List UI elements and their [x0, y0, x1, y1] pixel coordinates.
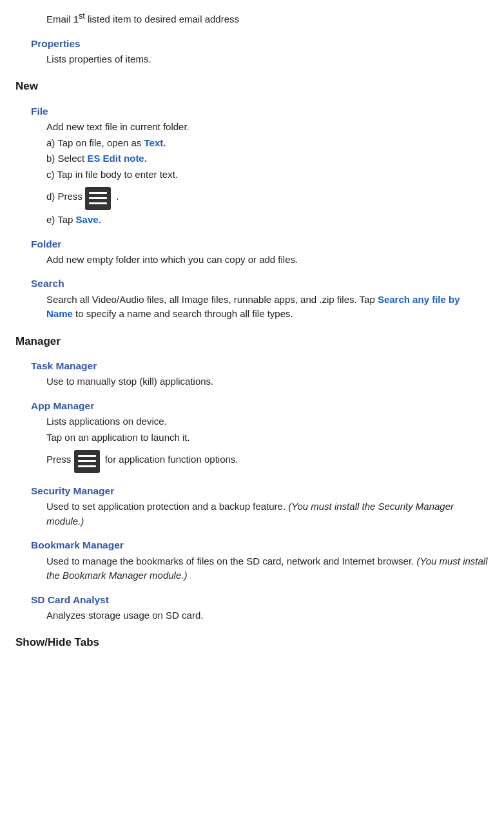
sd-card-desc: Analyzes storage usage on SD card. [46, 608, 489, 623]
app-manager-block: App Manager Lists applications on device… [15, 398, 489, 474]
folder-title: Folder [31, 237, 489, 251]
search-desc1: Search all Video/Audio files, all Image … [46, 294, 378, 305]
file-step-a-text: a) Tap on file, open as [46, 137, 144, 148]
file-desc1: Add new text file in current folder. [46, 120, 489, 135]
sd-card-block: SD Card Analyst Analyzes storage usage o… [15, 592, 489, 623]
file-step-d-suffix: . [116, 191, 119, 202]
security-manager-desc1: Used to set application protection and a… [46, 501, 288, 512]
app-manager-press-prefix: Press [46, 454, 74, 465]
properties-desc: Lists properties of items. [46, 52, 489, 67]
file-content: Add new text file in current folder. a) … [46, 120, 489, 228]
app-manager-desc1: Lists applications on device. [46, 414, 489, 429]
security-manager-desc: Used to set application protection and a… [46, 499, 489, 528]
file-desc2c: c) Tap in file body to enter text. [46, 168, 489, 182]
file-desc2e: e) Tap Save. [46, 213, 489, 228]
search-title: Search [31, 276, 489, 291]
search-desc2: to specify a name and search through all… [73, 308, 293, 319]
file-text-link: Text. [144, 137, 166, 148]
menu-icon-app [74, 450, 100, 473]
file-desc2d: d) Press . [46, 183, 489, 211]
task-manager-block: Task Manager Use to manually stop (kill)… [15, 358, 489, 389]
file-block: File Add new text file in current folder… [15, 104, 489, 228]
app-manager-press-suffix: for application function options. [105, 454, 238, 465]
bookmark-manager-desc1: Used to manage the bookmarks of files on… [46, 556, 416, 566]
task-manager-desc: Use to manually stop (kill) applications… [46, 374, 489, 389]
new-section: New File Add new text file in current fo… [15, 78, 489, 321]
file-desc2a: a) Tap on file, open as Text. [46, 136, 489, 151]
app-manager-content: Lists applications on device. Tap on an … [46, 414, 489, 474]
new-title: New [15, 78, 489, 95]
folder-block: Folder Add new empty folder into which y… [15, 237, 489, 267]
search-desc: Search all Video/Audio files, all Image … [46, 293, 489, 322]
file-step-d-prefix: d) Press [46, 191, 85, 202]
manager-section: Manager Task Manager Use to manually sto… [15, 333, 489, 623]
bookmark-manager-block: Bookmark Manager Used to manage the book… [15, 537, 489, 583]
file-title: File [31, 104, 489, 119]
search-block: Search Search all Video/Audio files, all… [15, 276, 489, 321]
show-hide-tabs-block: Show/Hide Tabs [15, 634, 489, 651]
folder-desc: Add new empty folder into which you can … [46, 253, 489, 267]
file-es-link: ES Edit note. [87, 153, 147, 164]
email-intro-block: Email 1st listed item to desired email a… [15, 10, 489, 27]
app-manager-desc3: Press for application function options. [46, 446, 489, 474]
properties-title: Properties [31, 36, 489, 51]
file-desc2b: b) Select ES Edit note. [46, 151, 489, 166]
file-step-e-prefix: e) Tap [46, 214, 76, 225]
security-manager-title: Security Manager [31, 483, 489, 498]
show-hide-tabs-title: Show/Hide Tabs [15, 634, 489, 651]
app-manager-title: App Manager [31, 398, 489, 413]
app-manager-desc2: Tap on an application to launch it. [46, 431, 489, 445]
security-manager-block: Security Manager Used to set application… [15, 483, 489, 528]
task-manager-title: Task Manager [31, 358, 489, 373]
sd-card-title: SD Card Analyst [31, 592, 489, 607]
email-intro-text: Email 1st listed item to desired email a… [46, 10, 489, 27]
file-save-link: Save. [76, 214, 101, 225]
properties-block: Properties Lists properties of items. [15, 36, 489, 67]
bookmark-manager-title: Bookmark Manager [31, 537, 489, 552]
bookmark-manager-desc: Used to manage the bookmarks of files on… [46, 554, 489, 583]
file-step-b-text: b) Select [46, 153, 87, 164]
menu-icon-file [85, 187, 111, 210]
manager-title: Manager [15, 333, 489, 350]
